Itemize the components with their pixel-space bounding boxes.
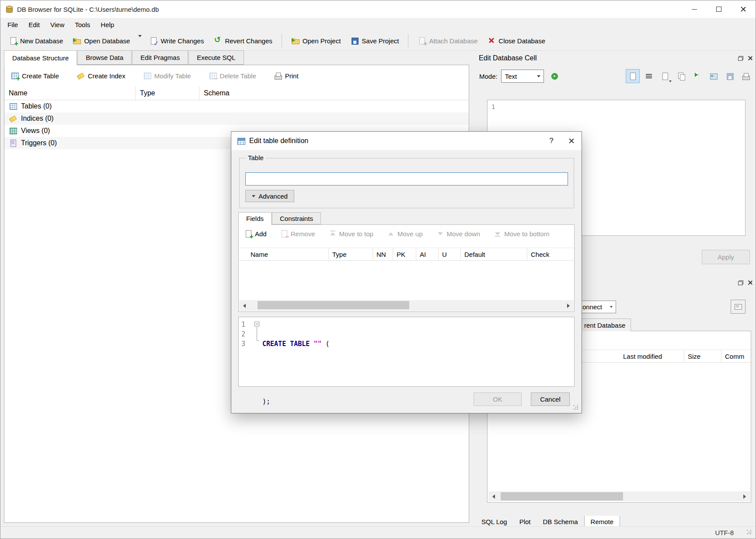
- new-database-button[interactable]: New Database: [4, 33, 68, 48]
- tab-sql-log[interactable]: SQL Log: [475, 516, 513, 528]
- main-toolbar: New Database Open Database Write Changes…: [0, 31, 756, 51]
- remote-horizontal-scrollbar[interactable]: [488, 491, 750, 501]
- attach-database-button: Attach Database: [413, 33, 482, 48]
- dialog-resize-grip-icon[interactable]: [574, 405, 580, 411]
- dialog-help-button[interactable]: ?: [541, 132, 561, 150]
- tab-fields[interactable]: Fields: [238, 212, 272, 225]
- advanced-button[interactable]: Advanced: [245, 190, 294, 202]
- wand-icon: [550, 72, 559, 80]
- menu-view[interactable]: View: [45, 19, 70, 30]
- menu-help[interactable]: Help: [95, 19, 119, 30]
- print-button[interactable]: Print: [274, 71, 299, 80]
- copy-button[interactable]: [674, 69, 688, 83]
- tree-row-indices[interactable]: Indices (0): [4, 112, 469, 125]
- tab-remote[interactable]: Remote: [584, 516, 620, 528]
- text-document-button[interactable]: [626, 69, 640, 83]
- cancel-button[interactable]: Cancel: [531, 392, 570, 406]
- column-header-pk[interactable]: PK: [393, 248, 416, 260]
- fold-guide-line: [257, 327, 259, 341]
- fold-marker-icon[interactable]: [254, 322, 259, 326]
- title-bar: DB Browser for SQLite - C:\Users\turne\d…: [0, 0, 756, 18]
- tab-plot[interactable]: Plot: [513, 516, 537, 528]
- auto-mode-button[interactable]: [547, 69, 561, 83]
- open-file-button[interactable]: [658, 69, 672, 83]
- close-database-button[interactable]: Close Database: [482, 33, 550, 48]
- add-field-button[interactable]: Add: [244, 229, 267, 238]
- import-button[interactable]: [690, 69, 704, 83]
- dialog-close-button[interactable]: [561, 132, 582, 150]
- tab-db-schema[interactable]: DB Schema: [537, 516, 584, 528]
- print-cell-button[interactable]: [739, 69, 753, 83]
- column-header-type[interactable]: Type: [136, 86, 199, 100]
- menu-edit[interactable]: Edit: [23, 19, 45, 30]
- open-database-dropdown[interactable]: [136, 35, 144, 47]
- open-project-button[interactable]: Open Project: [286, 33, 346, 48]
- sql-preview[interactable]: 1 2 3 CREATE TABLE "" ( );: [238, 317, 575, 387]
- save-project-button[interactable]: Save Project: [345, 33, 404, 48]
- document-icon: [628, 72, 637, 80]
- tab-database-structure[interactable]: Database Structure: [4, 50, 77, 65]
- maximize-button[interactable]: [707, 0, 731, 18]
- scroll-right-icon[interactable]: [739, 491, 750, 501]
- column-header-schema[interactable]: Schema: [199, 86, 469, 100]
- modify-table-button: Modify Table: [143, 71, 191, 80]
- create-table-button[interactable]: Create Table: [10, 71, 59, 80]
- tree-row-tables[interactable]: Tables (0): [4, 100, 469, 112]
- tab-browse-data[interactable]: Browse Data: [77, 50, 132, 65]
- scroll-left-icon[interactable]: [239, 300, 250, 311]
- column-header-size[interactable]: Size: [684, 350, 721, 362]
- scroll-right-icon[interactable]: [563, 300, 574, 311]
- column-header-u[interactable]: U: [439, 248, 461, 260]
- close-icon: [568, 138, 575, 144]
- open-database-button[interactable]: Open Database: [68, 33, 135, 48]
- column-header-nn[interactable]: NN: [373, 248, 393, 260]
- scrollbar-thumb[interactable]: [258, 301, 409, 309]
- add-icon: [244, 229, 253, 238]
- move-down-button: Move down: [436, 229, 481, 238]
- sql-line-numbers: 1 2 3: [239, 320, 250, 349]
- resize-grip-icon[interactable]: [747, 530, 753, 536]
- menu-bar: File Edit View Tools Help: [0, 18, 756, 31]
- mode-select[interactable]: Text: [501, 70, 544, 83]
- encoding-indicator[interactable]: UTF-8: [715, 529, 734, 536]
- minimize-button[interactable]: [682, 0, 707, 18]
- column-header-name[interactable]: Name: [4, 86, 136, 100]
- scrollbar-thumb[interactable]: [501, 492, 623, 500]
- tab-current-database[interactable]: rent Database: [578, 318, 631, 331]
- revert-changes-button[interactable]: Revert Changes: [209, 33, 277, 48]
- toolbar-separator: [408, 34, 408, 47]
- float-dock-icon[interactable]: [738, 56, 743, 61]
- open-project-icon: [291, 36, 300, 45]
- scroll-left-icon[interactable]: [488, 491, 499, 501]
- close-button[interactable]: [731, 0, 756, 18]
- word-wrap-button[interactable]: [642, 69, 656, 83]
- column-header-type[interactable]: Type: [329, 248, 373, 260]
- close-dock-icon[interactable]: [748, 280, 753, 285]
- table-icon: [237, 136, 245, 145]
- column-header-name[interactable]: Name: [239, 248, 329, 260]
- create-index-button[interactable]: Create Index: [77, 71, 125, 80]
- column-header-check[interactable]: Check: [527, 248, 574, 260]
- fields-horizontal-scrollbar[interactable]: [239, 300, 574, 311]
- connect-dropdown[interactable]: onnect: [579, 301, 616, 313]
- tab-execute-sql[interactable]: Execute SQL: [188, 50, 244, 65]
- column-header-default[interactable]: Default: [461, 248, 527, 260]
- revert-changes-icon: [213, 36, 222, 45]
- table-name-input[interactable]: [245, 172, 568, 186]
- column-header-ai[interactable]: AI: [416, 248, 439, 260]
- fields-toolbar: Add Remove Move to top Move up Move down: [244, 229, 571, 238]
- menu-file[interactable]: File: [2, 19, 23, 30]
- print-icon: [274, 71, 282, 80]
- identity-button[interactable]: [731, 300, 746, 314]
- close-dock-icon[interactable]: [748, 56, 753, 61]
- new-database-icon: [9, 36, 17, 45]
- float-dock-icon[interactable]: [738, 280, 743, 285]
- write-changes-button[interactable]: Write Changes: [144, 33, 209, 48]
- edit-cell-icon-group: [626, 69, 753, 83]
- tab-edit-pragmas[interactable]: Edit Pragmas: [132, 50, 188, 65]
- column-header-commit[interactable]: Comm: [721, 350, 751, 362]
- export-button[interactable]: [707, 69, 721, 83]
- tab-constraints[interactable]: Constraints: [272, 212, 321, 224]
- menu-tools[interactable]: Tools: [70, 19, 95, 30]
- remove-field-button: Remove: [280, 229, 315, 238]
